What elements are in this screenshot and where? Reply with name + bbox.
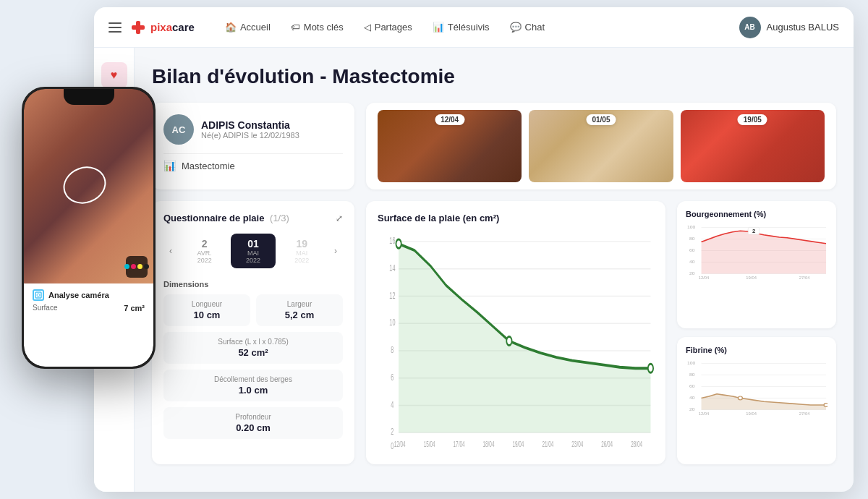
user-avatar: AB <box>739 17 761 38</box>
date-month-3: MAI2022 <box>283 250 321 264</box>
svg-text:26/04: 26/04 <box>601 440 613 448</box>
svg-text:23/04: 23/04 <box>571 440 583 448</box>
questionnaire-header: Questionnaire de plaie (1/3) ⤢ <box>163 213 343 223</box>
nav-label-telesuivis: Télésuivis <box>448 22 490 33</box>
svg-point-57 <box>824 404 827 407</box>
surface-box: Surface (L x l x 0.785) 52 cm² <box>163 332 343 364</box>
wound-outline <box>58 161 111 210</box>
phone-screen: Analyse caméra Surface 7 cm² <box>24 89 153 367</box>
svg-text:16: 16 <box>389 236 395 245</box>
next-date-arrow[interactable]: › <box>328 244 343 258</box>
svg-text:17/04: 17/04 <box>454 440 465 448</box>
decollement-label: Décollement des berges <box>171 375 336 383</box>
svg-text:12/04: 12/04 <box>699 412 710 416</box>
svg-text:40: 40 <box>689 396 695 400</box>
svg-text:12/04: 12/04 <box>394 440 406 448</box>
surface-formula-label: Surface (L x l x 0.785) <box>171 338 336 346</box>
svg-text:19/04: 19/04 <box>746 276 757 280</box>
sidebar-item-heart[interactable]: ♥ <box>101 62 127 88</box>
svg-text:18/04: 18/04 <box>483 440 495 448</box>
patient-header: AC ADIPIS Constantia Né(e) ADIPIS le 12/… <box>163 114 343 145</box>
chart-bar-icon: 📊 <box>163 160 176 171</box>
svg-text:20: 20 <box>689 271 695 276</box>
svg-text:60: 60 <box>689 384 695 388</box>
date-num-3: 19 <box>283 238 321 250</box>
nav-item-partages[interactable]: ◁ Partages <box>355 17 421 37</box>
svg-text:8: 8 <box>391 345 393 354</box>
nav-item-telesuivis[interactable]: 📊 Télésuivis <box>424 17 498 37</box>
svg-text:40: 40 <box>689 260 695 264</box>
nav-label-accueil: Accueil <box>240 22 271 33</box>
user-name: Augustus BALUS <box>767 22 839 33</box>
svg-text:28/04: 28/04 <box>631 440 642 448</box>
surface-value: 52 cm² <box>171 347 336 358</box>
svg-text:27/04: 27/04 <box>799 412 810 416</box>
nav-item-accueil[interactable]: 🏠 Accueil <box>216 17 279 37</box>
wound-image-2[interactable]: 01/05 <box>529 110 673 182</box>
cyan-dot <box>124 264 129 269</box>
profondeur-label: Profondeur <box>171 413 336 421</box>
expand-icon[interactable]: ⤢ <box>336 213 343 223</box>
dimensions-row: Longueur 10 cm Largeur 5,2 cm <box>163 294 343 326</box>
home-icon: 🏠 <box>225 22 237 33</box>
top-section: AC ADIPIS Constantia Né(e) ADIPIS le 12/… <box>152 103 836 189</box>
svg-text:4: 4 <box>391 400 393 409</box>
svg-text:100: 100 <box>687 225 696 229</box>
longueur-box: Longueur 10 cm <box>163 294 250 326</box>
svg-rect-61 <box>35 292 41 298</box>
charts-area: Surface de la plaie (en cm²) 16 14 12 10… <box>366 201 836 464</box>
nav-item-chat[interactable]: 💬 Chat <box>501 17 553 37</box>
date-item-3[interactable]: 19 MAI2022 <box>280 234 324 268</box>
patient-diagnosis: 📊 Mastectomie <box>163 153 343 171</box>
date-num-1: 2 <box>185 238 224 250</box>
date-month-1: AVR.2022 <box>185 250 224 264</box>
user-area: AB Augustus BALUS <box>739 17 839 38</box>
date-item-2[interactable]: 01 MAI2022 <box>231 234 275 268</box>
questionnaire-title: Questionnaire de plaie (1/3) <box>163 213 289 223</box>
svg-text:80: 80 <box>689 236 695 241</box>
logo-text: pixacare <box>150 21 195 33</box>
share-icon: ◁ <box>364 22 371 33</box>
date-item-1[interactable]: 2 AVR.2022 <box>182 234 226 268</box>
patient-avatar: AC <box>163 114 194 145</box>
color-analysis-icon[interactable] <box>126 256 148 278</box>
bottom-section: Questionnaire de plaie (1/3) ⤢ ‹ 2 AVR.2… <box>152 201 836 464</box>
image-date-1: 12/04 <box>435 114 464 125</box>
svg-text:15/04: 15/04 <box>424 440 435 448</box>
wound-image-1[interactable]: 12/04 <box>378 110 522 182</box>
surface-chart-title: Surface de la plaie (en cm²) <box>378 213 654 223</box>
analyse-row: Analyse caméra <box>33 289 145 301</box>
largeur-value: 5,2 cm <box>263 310 336 320</box>
main-content: Bilan d'évolution - Mastectomie AC ADIPI… <box>135 48 854 492</box>
tag-icon: 🏷 <box>291 22 300 33</box>
svg-text:80: 80 <box>689 372 695 377</box>
svg-text:60: 60 <box>689 248 695 252</box>
nav-item-mots-cles[interactable]: 🏷 Mots clés <box>282 17 352 37</box>
menu-icon[interactable] <box>109 22 122 33</box>
dimensions-label: Dimensions <box>163 280 343 289</box>
patient-dob: Né(e) ADIPIS le 12/02/1983 <box>201 131 299 140</box>
surface-chart: 16 14 12 10 8 6 4 2 0 <box>378 231 654 449</box>
patient-name: ADIPIS Constantia <box>201 119 299 131</box>
black-dot <box>144 264 149 269</box>
profondeur-value: 0.20 cm <box>171 422 336 433</box>
svg-text:2: 2 <box>391 427 393 436</box>
patient-info: ADIPIS Constantia Né(e) ADIPIS le 12/02/… <box>201 119 299 140</box>
phone-notch <box>64 89 114 105</box>
phone-surface-value: 7 cm² <box>124 304 145 312</box>
svg-text:10: 10 <box>389 317 395 327</box>
date-navigation: ‹ 2 AVR.2022 01 MAI2022 19 MA <box>163 234 343 268</box>
svg-text:6: 6 <box>391 372 393 382</box>
logo[interactable]: pixacare <box>130 20 195 35</box>
patient-card: AC ADIPIS Constantia Né(e) ADIPIS le 12/… <box>152 103 354 189</box>
wound-image-3[interactable]: 19/05 <box>681 110 825 182</box>
logo-cross-icon <box>130 20 146 35</box>
decollement-box: Décollement des berges 1.0 cm <box>163 370 343 401</box>
nav-label-mots-cles: Mots clés <box>304 22 344 33</box>
svg-text:27/04: 27/04 <box>799 276 810 280</box>
svg-point-21 <box>648 364 653 372</box>
svg-text:100: 100 <box>687 361 696 365</box>
prev-date-arrow[interactable]: ‹ <box>163 244 178 258</box>
longueur-value: 10 cm <box>171 310 243 320</box>
fibrine-title: Fibrine (%) <box>686 346 827 354</box>
